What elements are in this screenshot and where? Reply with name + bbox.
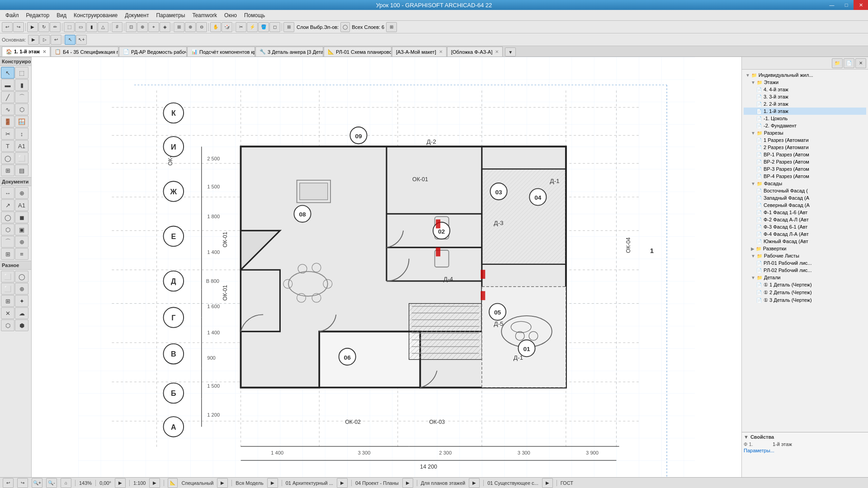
minimize-button[interactable]: — <box>825 0 839 10</box>
tool-rect[interactable]: ⬜ <box>15 152 28 164</box>
status-special-btn[interactable]: ▶ <box>217 478 228 488</box>
tree-item-северныйфасад(а[interactable]: 📄 Северный Фасад (А <box>744 202 866 209</box>
tree-item-вр-3разрез(автом[interactable]: 📄 ВР-3 Разрез (Автом <box>744 165 866 173</box>
status-zoom-out[interactable]: 🔍- <box>46 478 57 488</box>
status-angle-btn[interactable]: ▶ <box>115 478 126 488</box>
tree-item-разрезы[interactable]: ▼ 📁 Разрезы <box>744 129 866 136</box>
tool-polygon[interactable]: ⬡ <box>15 103 28 115</box>
tree-item-①2деталь(чертеж)[interactable]: 📄 ① 2 Деталь (Чертеж) <box>744 289 866 296</box>
tool-elev[interactable]: A1 <box>15 199 28 211</box>
status-undo[interactable]: ↩ <box>3 478 14 488</box>
tool-beam[interactable]: ╱ <box>1 91 14 103</box>
rp-close-btn[interactable]: ✕ <box>855 58 866 68</box>
tree-item-ф-4фасадл-а(авт[interactable]: 📄 Ф-4 Фасад Л-А (Авт <box>744 230 866 238</box>
tb-nav3[interactable]: ↩ <box>51 35 61 45</box>
tb-select[interactable]: ▶ <box>27 22 38 32</box>
tb-pointer2[interactable]: ↖+ <box>76 35 87 45</box>
tool-zone[interactable]: ⬡ <box>1 224 14 235</box>
tb-pointer[interactable]: ↖ <box>65 35 75 45</box>
status-model-btn[interactable]: ▶ <box>267 478 278 488</box>
tree-item-фасады[interactable]: ▼ 📁 Фасады <box>744 180 866 187</box>
tool-misc5[interactable]: ⊞ <box>1 295 14 307</box>
tool-misc1[interactable]: ⬜ <box>1 271 14 282</box>
tree-item--1.цоколь[interactable]: 📄 -1. Цоколь <box>744 115 866 122</box>
tool-misc6[interactable]: ✦ <box>15 295 28 307</box>
menu-help[interactable]: Помощь <box>241 11 269 19</box>
tb-column[interactable]: ▮ <box>86 22 97 32</box>
tool-misc2[interactable]: ◯ <box>15 271 28 282</box>
tb-cut1[interactable]: ✂ <box>236 22 246 32</box>
tool-window[interactable]: 🪟 <box>15 116 28 127</box>
tab-7[interactable]: [АЗ-А-Мой макет] ✕ <box>392 47 447 56</box>
tb-pan[interactable]: ✋ <box>210 22 221 32</box>
tree-item-этажи[interactable]: ▼ 📁 Этажи <box>744 79 866 86</box>
tb-redo[interactable]: ↪ <box>13 22 24 32</box>
tree-item-①3деталь(чертеж)[interactable]: 📄 ① 3 Деталь (Чертеж) <box>744 296 866 304</box>
status-arch[interactable]: 01 Архитектурный ... <box>286 480 333 486</box>
tree-item-ф-2фасада-л(авт[interactable]: 📄 Ф-2 Фасад А-Л (Авт <box>744 216 866 223</box>
tree-item-1.1-йэтаж[interactable]: 📄 1. 1-й этаж <box>744 108 866 115</box>
tool-select[interactable]: ↖ <box>1 67 14 79</box>
tree-item-ф-3фасад6-1(авт[interactable]: 📄 Ф-3 Фасад 6-1 (Авт <box>744 223 866 230</box>
menu-teamwork[interactable]: Teamwork <box>189 11 221 19</box>
tool-scissors[interactable]: ✂ <box>1 128 14 140</box>
status-special[interactable]: Специальный <box>181 480 213 486</box>
tree-item--2.фундамент[interactable]: 📄 -2. Фундамент <box>744 122 866 129</box>
tool-misc3[interactable]: ⬜ <box>1 283 14 295</box>
tb-eraser[interactable]: ◻ <box>269 22 280 32</box>
tb-snap4[interactable]: ◈ <box>160 22 170 32</box>
tool-misc7[interactable]: ✕ <box>1 307 14 319</box>
status-project-btn[interactable]: ▶ <box>402 478 413 488</box>
tree-item-вр-2разрез(автом[interactable]: 📄 ВР-2 Разрез (Автом <box>744 158 866 165</box>
tool-polyline[interactable]: ∿ <box>1 103 14 115</box>
tool-misc10[interactable]: ⬢ <box>15 319 28 331</box>
tree-item-детали[interactable]: ▼ 📁 Детали <box>744 274 866 281</box>
tab-6[interactable]: 📐 РЛ-01 Схема планировочно... ✕ <box>324 47 392 56</box>
maximize-button[interactable]: □ <box>839 0 854 10</box>
tb-layers-btn[interactable]: ◯ <box>340 22 350 32</box>
tool-curve[interactable]: ⌒ <box>1 236 14 248</box>
status-model[interactable]: Вся Модель <box>236 480 263 486</box>
status-arch-btn[interactable]: ▶ <box>337 478 348 488</box>
status-home[interactable]: ⌂ <box>61 478 71 488</box>
rp-open-btn[interactable]: 📄 <box>844 58 854 68</box>
tb-zoom-in[interactable]: ⊕ <box>185 22 196 32</box>
tab-close-1[interactable]: ✕ <box>42 49 46 54</box>
tb-zoom-fit[interactable]: ⊞ <box>174 22 184 32</box>
tree-item-рабочиелисты[interactable]: ▼ 📁 Рабочие Листы <box>744 252 866 259</box>
status-gost[interactable]: ГОСТ <box>561 480 573 486</box>
tab-8[interactable]: [Обложка Ф-АЗ-А] ✕ <box>447 47 503 56</box>
tb-grid[interactable]: # <box>112 22 123 32</box>
tree-item-восточныйфасад([interactable]: 📄 Восточный Фасад ( <box>744 187 866 194</box>
tool-misc4[interactable]: ⊕ <box>15 283 28 295</box>
tb-3d[interactable]: 🎲 <box>222 22 232 32</box>
tb-snap3[interactable]: ⌖ <box>148 22 159 32</box>
tab-4[interactable]: 📊 Подсчёт компонентов кро... ✕ <box>187 47 255 56</box>
tool-dim2[interactable]: ⊕ <box>15 187 28 199</box>
tree-item-южныйфасад(авт[interactable]: 📄 Южный Фасад (Авт <box>744 238 866 245</box>
tool-label[interactable]: A1 <box>15 140 28 152</box>
tree-item-2.2-йэтаж[interactable]: 📄 2. 2-й этаж <box>744 100 866 108</box>
tree-item-ф-1фасад1-6(авт[interactable]: 📄 Ф-1 Фасад 1-6 (Авт <box>744 209 866 216</box>
tool-marquee[interactable]: ⬚ <box>15 67 28 79</box>
tb-snap2[interactable]: ⊕ <box>137 22 148 32</box>
tab-close-7[interactable]: ✕ <box>439 49 443 54</box>
menu-construct[interactable]: Конструирование <box>70 11 121 19</box>
tree-item-западныйфасад(а[interactable]: 📄 Западный Фасад (А <box>744 194 866 202</box>
status-scale-btn[interactable]: ▶ <box>149 478 160 488</box>
tool-detail[interactable]: ◯ <box>1 211 14 223</box>
status-existing-btn[interactable]: ▶ <box>542 478 553 488</box>
tool-hatch[interactable]: ▤ <box>15 164 28 176</box>
menu-file[interactable]: Файл <box>2 11 23 19</box>
tool-wall[interactable]: ▬ <box>1 79 14 91</box>
menu-editor[interactable]: Редактор <box>23 11 53 19</box>
tool-text[interactable]: T <box>1 140 14 152</box>
status-zoom-value[interactable]: 143% <box>79 480 92 486</box>
tree-item-рл-02рабочийлис...[interactable]: 📄 РЛ-02 Рабочий лис... <box>744 267 866 274</box>
tab-5[interactable]: 🔧 3 Деталь анкера [3 Деталь] ✕ <box>255 47 323 56</box>
tb-slab[interactable]: ▭ <box>75 22 86 32</box>
tb-cut2[interactable]: ⚡ <box>247 22 258 32</box>
tree-item-4.4-йэтаж[interactable]: 📄 4. 4-й этаж <box>744 86 866 93</box>
tool-arc[interactable]: ⌒ <box>15 91 28 103</box>
tree-item-вр-4разрез(автом[interactable]: 📄 ВР-4 Разрез (Автом <box>744 173 866 180</box>
